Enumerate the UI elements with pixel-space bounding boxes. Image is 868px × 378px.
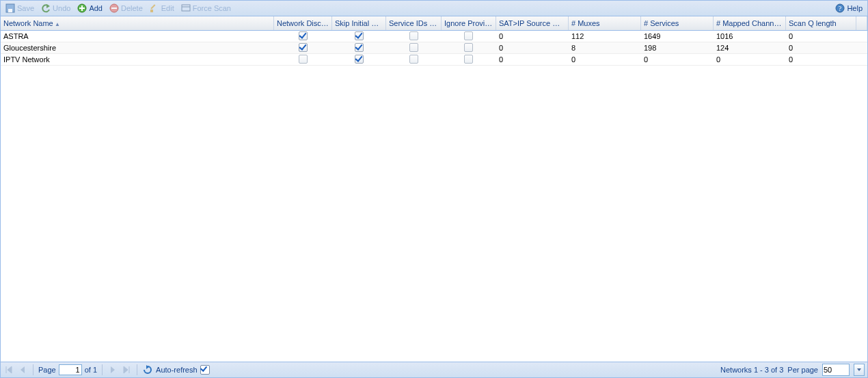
help-button[interactable]: ? Help (832, 1, 866, 15)
col-skip-initial-scan[interactable]: Skip Initial Scan (332, 16, 386, 30)
col-services[interactable]: # Services (641, 16, 714, 30)
cell-discovery[interactable] (274, 31, 332, 42)
cell-skip[interactable] (332, 42, 386, 53)
checkbox-icon (409, 31, 418, 40)
save-icon (5, 3, 15, 13)
paging-toolbar: Page of 1 Auto-refresh Networks 1 - 3 of… (1, 362, 867, 377)
svg-rect-7 (111, 8, 117, 9)
checkbox-icon (464, 43, 473, 52)
col-scan-q[interactable]: Scan Q length (786, 16, 856, 30)
col-spacer (856, 16, 867, 30)
per-page-input[interactable] (822, 364, 850, 376)
svg-rect-5 (79, 8, 85, 9)
cell-ignore-provider[interactable] (442, 31, 496, 42)
cell-discovery[interactable] (274, 54, 332, 65)
checkbox-icon (355, 55, 364, 64)
cell-network-name: ASTRA (1, 31, 274, 42)
cell-scanq: 0 (786, 31, 856, 42)
checkbox-icon (355, 31, 364, 40)
svg-marker-2 (46, 4, 50, 8)
page-of-label: of 1 (85, 366, 97, 374)
svg-marker-14 (146, 365, 149, 369)
checkbox-icon (299, 43, 308, 52)
cell-mapped: 0 (714, 54, 786, 65)
cell-skip[interactable] (332, 54, 386, 65)
table-row[interactable]: ASTRA0112164910160 (1, 31, 867, 42)
cell-satip: 0 (496, 31, 569, 42)
cell-satip: 0 (496, 42, 569, 53)
checkbox-icon (464, 55, 473, 64)
svg-rect-1 (8, 9, 12, 12)
edit-icon (150, 3, 159, 13)
col-network-name[interactable]: Network Name (1, 16, 274, 30)
toolbar: Save Undo Add Delete Edit (1, 1, 867, 16)
delete-button[interactable]: Delete (106, 1, 146, 15)
svg-rect-10 (182, 5, 190, 11)
cell-ignore-provider[interactable] (442, 54, 496, 65)
cell-services: 0 (641, 54, 714, 65)
page-number-input[interactable] (59, 364, 82, 375)
undo-icon (41, 3, 51, 13)
auto-refresh-checkbox[interactable] (200, 365, 210, 375)
scan-icon (181, 3, 191, 13)
cell-mapped: 1016 (714, 31, 786, 42)
auto-refresh-toggle[interactable]: Auto-refresh (156, 365, 210, 375)
save-button[interactable]: Save (2, 1, 38, 15)
checkbox-icon (464, 31, 473, 40)
cell-muxes: 0 (569, 54, 641, 65)
cell-services: 1649 (641, 31, 714, 42)
col-network-discovery[interactable]: Network Discovery (274, 16, 332, 30)
checkbox-icon (299, 55, 308, 64)
svg-rect-9 (150, 4, 155, 9)
col-muxes[interactable]: # Muxes (569, 16, 641, 30)
refresh-button[interactable] (142, 364, 153, 375)
cell-ignore-provider[interactable] (442, 42, 496, 53)
force-scan-button[interactable]: Force Scan (178, 1, 234, 15)
cell-discovery[interactable] (274, 42, 332, 53)
cell-service-ids[interactable] (386, 31, 442, 42)
cell-service-ids[interactable] (386, 54, 442, 65)
checkbox-icon (409, 43, 418, 52)
per-page-dropdown[interactable] (854, 364, 865, 376)
col-mapped-channels[interactable]: # Mapped Channels (714, 16, 786, 30)
last-page-button[interactable] (121, 364, 132, 375)
col-ignore-provider[interactable]: Ignore Provider's... (442, 16, 496, 30)
cell-muxes: 8 (569, 42, 641, 53)
col-satip-source[interactable]: SAT>IP Source Number (496, 16, 569, 30)
delete-icon (109, 3, 119, 13)
next-page-button[interactable] (107, 364, 118, 375)
col-service-ids[interactable]: Service IDs as C... (386, 16, 442, 30)
cell-network-name: Gloucestershire (1, 42, 274, 53)
cell-scanq: 0 (786, 42, 856, 53)
cell-service-ids[interactable] (386, 42, 442, 53)
cell-muxes: 112 (569, 31, 641, 42)
add-button[interactable]: Add (74, 1, 106, 15)
add-icon (77, 3, 87, 13)
table-row[interactable]: Gloucestershire081981240 (1, 42, 867, 54)
paging-status: Networks 1 - 3 of 3 (720, 366, 783, 374)
checkbox-icon (355, 43, 364, 52)
cell-satip: 0 (496, 54, 569, 65)
per-page-label: Per page (787, 366, 818, 374)
cell-network-name: IPTV Network (1, 54, 274, 65)
undo-button[interactable]: Undo (38, 1, 74, 15)
cell-skip[interactable] (332, 31, 386, 42)
table-row[interactable]: IPTV Network00000 (1, 54, 867, 66)
edit-button[interactable]: Edit (146, 1, 178, 15)
first-page-button[interactable] (3, 364, 14, 375)
prev-page-button[interactable] (17, 364, 28, 375)
checkbox-icon (409, 55, 418, 64)
cell-scanq: 0 (786, 54, 856, 65)
networks-panel: Save Undo Add Delete Edit (0, 0, 868, 378)
svg-rect-8 (150, 10, 153, 12)
checkbox-icon (299, 31, 308, 40)
cell-services: 198 (641, 42, 714, 53)
help-icon: ? (835, 3, 845, 13)
svg-text:?: ? (839, 5, 842, 12)
cell-mapped: 124 (714, 42, 786, 53)
grid-header: Network Name Network Discovery Skip Init… (1, 16, 867, 31)
grid-body: ASTRA0112164910160Gloucestershire0819812… (1, 31, 867, 362)
page-label: Page (38, 366, 56, 374)
